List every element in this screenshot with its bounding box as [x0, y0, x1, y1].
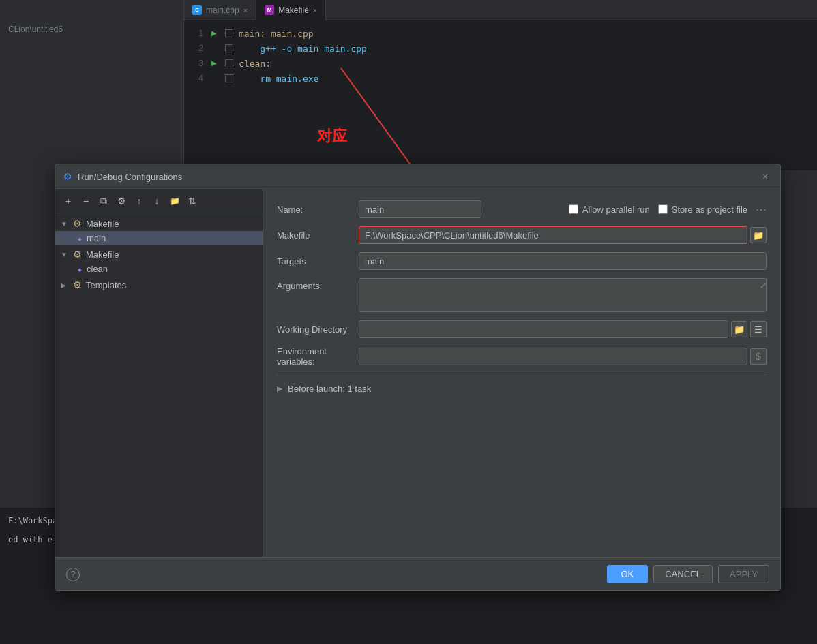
- code-line-1: 1 ▶ main: main.cpp: [184, 26, 817, 41]
- run-debug-dialog: ⚙ Run/Debug Configurations × + − ⧉ ⚙ ↑ ↓…: [55, 164, 781, 591]
- fold-btn-3: [225, 59, 233, 67]
- chevron-icon: ▼: [61, 220, 69, 228]
- arguments-input[interactable]: [359, 278, 767, 312]
- fold-btn-2: [225, 44, 233, 52]
- makefile-row: Makefile 📁: [277, 226, 767, 244]
- copy-config-button[interactable]: ⧉: [96, 194, 111, 209]
- group-templates-label: Templates: [86, 280, 126, 290]
- help-button[interactable]: ?: [66, 568, 80, 581]
- env-vars-row: Environment variables: $: [277, 346, 767, 367]
- gear-icon-1: ⚙: [73, 218, 82, 229]
- make-item-icon-2: ⬥: [77, 264, 83, 274]
- tab-makefile[interactable]: M Makefile ×: [256, 0, 326, 20]
- dialog-left-panel: + − ⧉ ⚙ ↑ ↓ 📁 ⇅ ▼ ⚙ Makefile: [55, 189, 263, 557]
- allow-parallel-label: Allow parallel run: [582, 204, 650, 215]
- sort-button[interactable]: ⇅: [185, 194, 200, 209]
- cancel-button[interactable]: CANCEL: [653, 565, 713, 583]
- store-project-checkbox[interactable]: [658, 204, 668, 214]
- env-vars-dollar-button[interactable]: $: [750, 348, 767, 365]
- folder-button[interactable]: 📁: [167, 194, 182, 209]
- tree-group-makefile-2: ▼ ⚙ Makefile ⬥ clean: [55, 247, 263, 276]
- env-vars-field[interactable]: [359, 348, 747, 365]
- makefile-browse-button[interactable]: 📁: [750, 227, 767, 243]
- tab-main-cpp-label: main.cpp: [206, 5, 239, 15]
- store-project-label: Store as project file: [672, 204, 747, 215]
- gear-icon-3: ⚙: [73, 279, 82, 290]
- editor-main: C main.cpp × M Makefile × 1 ▶ main: main…: [184, 0, 817, 170]
- settings-config-button[interactable]: ⚙: [114, 194, 129, 209]
- fold-btn-4: [225, 74, 233, 82]
- tab-bar: C main.cpp × M Makefile ×: [184, 0, 817, 20]
- code-line-3: 3 ▶ clean:: [184, 56, 817, 71]
- ok-button[interactable]: OK: [607, 565, 649, 583]
- group-makefile-2-label: Makefile: [86, 249, 119, 260]
- editor-sidebar: CLion\untitled6: [0, 0, 184, 170]
- tab-makefile-close[interactable]: ×: [313, 6, 317, 14]
- makefile-input[interactable]: [359, 226, 747, 244]
- tree-group-header-templates[interactable]: ▶ ⚙ Templates: [55, 277, 263, 292]
- allow-parallel-checkbox-item: Allow parallel run: [569, 204, 650, 215]
- expand-args-button[interactable]: ⤢: [760, 281, 767, 290]
- working-dir-list-button[interactable]: ☰: [750, 321, 767, 337]
- name-row: Name: Allow parallel run Store as projec…: [277, 200, 767, 218]
- add-config-button[interactable]: +: [61, 194, 76, 209]
- breadcrumb: CLion\untitled6: [0, 20, 183, 38]
- working-dir-row: Working Directory 📁 ☰: [277, 320, 767, 338]
- more-options-icon[interactable]: ⋯: [756, 203, 767, 216]
- targets-label: Targets: [277, 256, 359, 266]
- allow-parallel-checkbox[interactable]: [569, 204, 578, 214]
- targets-input[interactable]: [359, 252, 767, 270]
- dialog-body: + − ⧉ ⚙ ↑ ↓ 📁 ⇅ ▼ ⚙ Makefile: [55, 189, 780, 557]
- chevron-icon-2: ▼: [61, 251, 69, 258]
- tree-group-makefile-1: ▼ ⚙ Makefile ⬥ main: [55, 216, 263, 245]
- apply-button[interactable]: APPLY: [718, 565, 769, 583]
- make-icon-tab: M: [265, 5, 274, 15]
- move-up-button[interactable]: ↑: [132, 194, 147, 209]
- working-dir-browse-button[interactable]: 📁: [731, 321, 747, 337]
- store-project-checkbox-item: Store as project file: [658, 204, 747, 215]
- remove-config-button[interactable]: −: [78, 194, 93, 209]
- move-down-button[interactable]: ↓: [149, 194, 164, 209]
- code-line-4: 4 rm main.exe: [184, 71, 817, 86]
- working-dir-label: Working Directory: [277, 324, 359, 335]
- tree-item-main-label: main: [87, 233, 106, 243]
- dialog-title-icon: ⚙: [63, 171, 72, 182]
- targets-row: Targets: [277, 252, 767, 270]
- make-item-icon: ⬥: [77, 233, 83, 243]
- name-label: Name:: [277, 204, 359, 215]
- tree-item-main[interactable]: ⬥ main: [55, 231, 263, 245]
- makefile-label: Makefile: [277, 230, 359, 241]
- tree-item-clean-label: clean: [87, 264, 108, 274]
- dialog-footer: ? OK CANCEL APPLY: [55, 557, 780, 590]
- run-btn-1[interactable]: ▶: [211, 29, 220, 37]
- arguments-label: Arguments:: [277, 278, 359, 291]
- chevron-icon-3: ▶: [61, 281, 69, 289]
- tree-item-clean[interactable]: ⬥ clean: [55, 262, 263, 276]
- dialog-right-panel: Name: Allow parallel run Store as projec…: [263, 189, 780, 557]
- fold-btn-1: [225, 29, 233, 37]
- dialog-title-text: ⚙ Run/Debug Configurations: [63, 171, 182, 182]
- tree-group-templates: ▶ ⚙ Templates: [55, 277, 263, 292]
- gear-icon-2: ⚙: [73, 249, 82, 260]
- editor-area: CLion\untitled6 C main.cpp × M Makefile …: [0, 0, 817, 170]
- tab-main-cpp[interactable]: C main.cpp ×: [184, 0, 256, 20]
- working-dir-input[interactable]: [359, 320, 728, 338]
- dialog-close-button[interactable]: ×: [758, 170, 772, 183]
- dialog-title-label: Run/Debug Configurations: [78, 172, 182, 182]
- before-launch-label: Before launch: 1 task: [288, 384, 371, 394]
- before-launch-row[interactable]: ▶ Before launch: 1 task: [277, 384, 767, 394]
- tree-group-header-makefile-2[interactable]: ▼ ⚙ Makefile: [55, 247, 263, 262]
- tab-makefile-label: Makefile: [278, 5, 309, 15]
- name-input[interactable]: [359, 200, 481, 218]
- tree-group-header-makefile-1[interactable]: ▼ ⚙ Makefile: [55, 216, 263, 231]
- dialog-toolbar: + − ⧉ ⚙ ↑ ↓ 📁 ⇅: [55, 189, 263, 213]
- code-area: 1 ▶ main: main.cpp 2 g++ -o main main.cp…: [184, 20, 817, 170]
- run-btn-3[interactable]: ▶: [211, 59, 220, 67]
- section-divider: [277, 375, 767, 375]
- before-launch-chevron-icon: ▶: [277, 384, 282, 393]
- tab-main-cpp-close[interactable]: ×: [243, 6, 248, 14]
- dialog-title-bar: ⚙ Run/Debug Configurations ×: [55, 164, 780, 189]
- group-makefile-1-label: Makefile: [86, 219, 119, 229]
- code-line-2: 2 g++ -o main main.cpp: [184, 41, 817, 56]
- config-tree: ▼ ⚙ Makefile ⬥ main ▼ ⚙ Makefile: [55, 213, 263, 557]
